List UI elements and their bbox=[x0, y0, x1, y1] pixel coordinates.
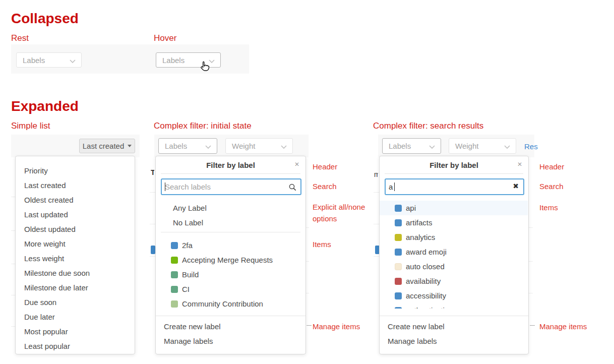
filter-by-label-panel-search: Filter by label ✕ ✖ api artifacts analyt… bbox=[379, 156, 529, 354]
menu-item-text: Due later bbox=[24, 313, 55, 321]
label-search-input[interactable] bbox=[165, 179, 287, 194]
menu-item-text: Milestone due soon bbox=[24, 269, 90, 277]
bg-divider bbox=[150, 224, 155, 224]
clear-search-icon[interactable]: ✖ bbox=[513, 182, 519, 190]
menu-item-text: More weight bbox=[24, 239, 66, 248]
label-item[interactable]: analytics bbox=[380, 230, 528, 245]
menu-item-text: Oldest updated bbox=[24, 225, 76, 233]
menu-item-text: Less weight bbox=[24, 254, 64, 263]
menu-item-any-label[interactable]: Any Label bbox=[156, 201, 305, 215]
menu-item[interactable]: Most popular bbox=[16, 324, 134, 339]
label-item[interactable]: award emoji bbox=[380, 245, 528, 259]
section-title-expanded: Expanded bbox=[11, 99, 79, 114]
label-color-swatch bbox=[171, 257, 178, 264]
menu-item[interactable]: Last updated bbox=[16, 207, 134, 222]
menu-item[interactable]: Less weight bbox=[16, 251, 134, 266]
divider bbox=[385, 173, 523, 174]
footer-link-text: Create new label bbox=[388, 322, 445, 331]
labels-dropdown-hover-text: Labels bbox=[162, 56, 185, 65]
menu-item[interactable]: Milestone due later bbox=[16, 280, 134, 295]
footer-link-text: Manage labels bbox=[164, 337, 213, 345]
label-item[interactable]: Build bbox=[156, 267, 305, 282]
labels-dropdown-rest[interactable]: Labels bbox=[16, 52, 82, 68]
menu-item[interactable]: Due later bbox=[16, 310, 134, 324]
annotation-connector bbox=[306, 325, 312, 326]
labels-dropdown-text: Labels bbox=[165, 142, 187, 150]
menu-item-no-label[interactable]: No Label bbox=[156, 215, 305, 230]
footer-link-text: Create new label bbox=[164, 322, 221, 331]
menu-item[interactable]: Oldest created bbox=[16, 193, 134, 207]
panel-title: Filter by label bbox=[156, 156, 305, 173]
weight-dropdown[interactable]: Weight bbox=[225, 138, 293, 154]
annotation-items: Items bbox=[313, 238, 331, 250]
create-new-label-link[interactable]: Create new label bbox=[156, 319, 305, 334]
label-item-highlighted[interactable]: api bbox=[380, 201, 528, 215]
label-search-field[interactable]: ✖ bbox=[385, 178, 524, 195]
clipped-list-row: authentication bbox=[380, 303, 528, 309]
manage-labels-link[interactable]: Manage labels bbox=[380, 334, 528, 348]
chevron-down-icon bbox=[205, 142, 211, 150]
menu-item-text: Milestone due later bbox=[24, 283, 88, 292]
variant-label-search: Complex filter: search results bbox=[373, 121, 483, 131]
bg-divider bbox=[529, 261, 533, 262]
close-icon[interactable]: ✕ bbox=[517, 161, 522, 168]
bg-divider bbox=[529, 227, 533, 228]
label-item[interactable]: availability bbox=[380, 274, 528, 288]
menu-item-text: Most popular bbox=[24, 327, 68, 336]
menu-item-text: Oldest created bbox=[24, 196, 74, 204]
labels-dropdown-open[interactable]: Labels bbox=[158, 138, 217, 154]
bg-divider bbox=[11, 264, 15, 264]
label-item-clipped[interactable]: authentication bbox=[380, 303, 527, 309]
search-icon bbox=[288, 183, 296, 193]
reset-link[interactable]: Res bbox=[524, 142, 538, 151]
annotation-header: Header bbox=[539, 161, 564, 172]
label-color-swatch bbox=[395, 292, 402, 299]
labels-dropdown-open[interactable]: Labels bbox=[382, 138, 441, 154]
menu-item[interactable]: Priority bbox=[16, 163, 134, 178]
menu-item[interactable]: Least popular bbox=[16, 339, 134, 353]
menu-item[interactable]: Last created bbox=[16, 178, 134, 193]
chevron-down-icon bbox=[429, 142, 435, 150]
label-item[interactable]: Accepting Merge Requests bbox=[156, 253, 305, 267]
label-color-swatch bbox=[395, 234, 402, 241]
bg-divider bbox=[11, 295, 15, 295]
chevron-down-icon bbox=[281, 142, 287, 150]
label-item-text: auto closed bbox=[406, 262, 445, 271]
label-item[interactable]: Community Contribution bbox=[156, 296, 305, 311]
label-item[interactable]: 2fa bbox=[156, 238, 305, 253]
menu-item[interactable]: Milestone due soon bbox=[16, 266, 134, 280]
chevron-down-icon bbox=[70, 56, 76, 65]
menu-item[interactable]: Oldest updated bbox=[16, 222, 134, 236]
menu-item-text: Any Label bbox=[173, 204, 207, 212]
bg-divider bbox=[529, 293, 533, 293]
chevron-down-icon bbox=[504, 142, 510, 150]
caret-down-icon bbox=[128, 145, 132, 147]
label-item[interactable]: auto closed bbox=[380, 259, 528, 274]
menu-item-text: Priority bbox=[24, 166, 48, 175]
weight-dropdown[interactable]: Weight bbox=[449, 138, 516, 154]
design-spec-page: Collapsed Rest Hover Labels Labels Expan… bbox=[0, 0, 614, 364]
label-search-field[interactable] bbox=[161, 178, 301, 195]
menu-item-text: No Label bbox=[173, 218, 203, 227]
bg-divider bbox=[11, 197, 15, 197]
menu-item[interactable]: More weight bbox=[16, 236, 134, 251]
annotation-search: Search bbox=[313, 180, 337, 192]
label-item-text: Build bbox=[182, 270, 199, 279]
menu-item[interactable]: Due soon bbox=[16, 295, 134, 310]
state-label-rest: Rest bbox=[11, 33, 29, 43]
label-item[interactable]: CI bbox=[156, 282, 305, 296]
label-item-text: authentication bbox=[406, 306, 453, 309]
text-caret bbox=[165, 183, 165, 191]
label-item[interactable]: artifacts bbox=[380, 215, 528, 230]
label-color-swatch bbox=[171, 242, 178, 249]
label-search-input[interactable] bbox=[389, 179, 510, 194]
occluded-label-chip bbox=[151, 246, 155, 254]
close-icon[interactable]: ✕ bbox=[294, 161, 299, 168]
annotation-manage-items: Manage items bbox=[539, 321, 587, 332]
text-caret bbox=[394, 183, 395, 191]
sort-dropdown-button[interactable]: Last created bbox=[79, 139, 135, 153]
manage-labels-link[interactable]: Manage labels bbox=[156, 334, 305, 348]
label-item[interactable]: accessibility bbox=[380, 288, 528, 303]
bg-divider bbox=[11, 326, 15, 327]
create-new-label-link[interactable]: Create new label bbox=[380, 319, 528, 334]
